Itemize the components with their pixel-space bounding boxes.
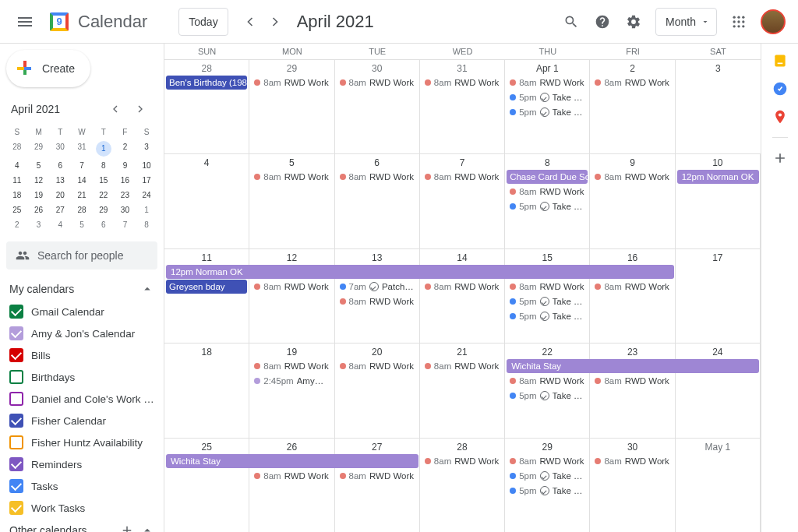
event[interactable]: 8amRWD Work <box>507 76 588 90</box>
day-cell[interactable]: 68amRWD Work <box>335 154 420 248</box>
calendar-item[interactable]: Fisher Calendar <box>6 410 157 432</box>
event[interactable]: 8amRWD Work <box>507 185 588 199</box>
multi-day-event[interactable]: Wichita Stay <box>166 454 418 468</box>
event[interactable]: 8amRWD Work <box>507 374 588 388</box>
day-cell[interactable]: 298amRWD Work5pmTake out re5pmTake out t… <box>505 439 590 532</box>
calendar-checkbox[interactable] <box>9 348 23 362</box>
view-selector[interactable]: Month <box>655 8 717 36</box>
mini-day[interactable]: 2 <box>115 139 136 158</box>
create-button[interactable]: Create <box>6 50 90 87</box>
mini-day[interactable]: 5 <box>71 217 93 232</box>
prev-month-button[interactable] <box>238 9 263 34</box>
calendar-item[interactable]: Bills <box>6 344 157 366</box>
day-cell[interactable]: 25 <box>164 439 249 532</box>
event[interactable]: Greysen bday <box>166 280 247 294</box>
today-button[interactable]: Today <box>178 8 228 36</box>
event[interactable]: 8amRWD Work <box>251 170 332 184</box>
calendar-checkbox[interactable] <box>9 414 23 428</box>
event[interactable]: 8amRWD Work <box>591 454 673 468</box>
calendar-item[interactable]: Amy & Jon's Calendar <box>6 322 157 344</box>
day-cell[interactable]: 198amRWD Work2:45pmAmy@EyeD <box>249 344 334 437</box>
calendar-item[interactable]: Work Tasks <box>6 497 157 519</box>
mini-day[interactable]: 30 <box>115 203 136 217</box>
event[interactable]: 8amRWD Work <box>422 170 503 184</box>
event[interactable]: Chase Card Due Soo <box>507 170 588 184</box>
add-icon[interactable] <box>120 523 134 532</box>
mini-day[interactable]: 7 <box>71 158 93 173</box>
day-cell[interactable]: 78amRWD Work <box>420 154 505 248</box>
calendar-checkbox[interactable] <box>9 392 23 406</box>
my-calendars-header[interactable]: My calendars <box>6 277 157 301</box>
maps-icon[interactable] <box>772 109 788 125</box>
event[interactable]: 5pmTake out tr <box>507 199 588 213</box>
calendar-item[interactable]: Fisher Huntz Availability <box>6 432 157 453</box>
mini-day[interactable]: 6 <box>49 158 71 173</box>
multi-day-event[interactable]: 12pm Norman OK <box>677 170 759 184</box>
mini-day[interactable]: 19 <box>28 188 50 203</box>
mini-day[interactable]: 14 <box>71 173 93 188</box>
multi-day-event[interactable]: 12pm Norman OK <box>166 265 674 279</box>
mini-day[interactable]: 1 <box>136 203 157 217</box>
mini-day[interactable]: 12 <box>28 173 50 188</box>
day-cell[interactable]: 268amRWD Work <box>249 439 334 532</box>
mini-day[interactable]: 20 <box>49 188 71 203</box>
mini-day[interactable]: 22 <box>93 188 115 203</box>
day-cell[interactable]: 15Mom & Dad's Annive8amRWD Work5pmTake o… <box>505 249 590 343</box>
mini-prev-button[interactable] <box>103 97 128 122</box>
day-cell[interactable]: 238amRWD Work <box>590 344 675 437</box>
mini-day[interactable]: 8 <box>136 217 157 232</box>
day-cell[interactable]: 128amRWD Work <box>249 249 334 343</box>
mini-day[interactable]: 4 <box>6 158 28 173</box>
day-cell[interactable]: May 1 <box>676 439 761 532</box>
day-cell[interactable]: 298amRWD Work <box>249 60 334 153</box>
calendar-item[interactable]: Gmail Calendar <box>6 301 157 322</box>
calendar-checkbox[interactable] <box>9 370 23 384</box>
calendar-checkbox[interactable] <box>9 457 23 471</box>
event[interactable]: 8amRWD Work <box>591 76 673 90</box>
calendar-checkbox[interactable] <box>9 501 23 515</box>
mini-day[interactable]: 10 <box>136 158 157 173</box>
mini-next-button[interactable] <box>128 97 153 122</box>
day-cell[interactable]: 137amPatch Tues8amRWD Work <box>335 249 420 343</box>
calendar-checkbox[interactable] <box>9 435 23 449</box>
keep-icon[interactable] <box>772 53 788 69</box>
event[interactable]: 8amRWD Work <box>251 469 332 483</box>
day-cell[interactable]: 28Ben's Birthday (1981 <box>164 60 249 153</box>
mini-day[interactable]: 23 <box>115 188 136 203</box>
mini-day[interactable]: 29 <box>93 203 115 217</box>
event[interactable]: 5pmTake out tr <box>507 484 588 498</box>
event[interactable]: 8amRWD Work <box>251 280 332 294</box>
mini-day[interactable]: 9 <box>115 158 136 173</box>
mini-day[interactable]: 1 <box>96 141 111 157</box>
search-people-input[interactable]: Search for people <box>6 241 157 270</box>
mini-day[interactable]: 30 <box>49 139 71 158</box>
event[interactable]: 8amRWD Work <box>422 76 503 90</box>
mini-day[interactable]: 29 <box>28 139 50 158</box>
mini-day[interactable]: 5 <box>28 158 50 173</box>
event[interactable]: 8amRWD Work <box>422 359 503 373</box>
event[interactable]: 8amRWD Work <box>422 454 503 468</box>
day-cell[interactable]: 4 <box>164 154 249 248</box>
day-cell[interactable]: 278amRWD Work <box>335 439 420 532</box>
multi-day-event[interactable]: Wichita Stay <box>507 359 759 373</box>
mini-day[interactable]: 3 <box>28 217 50 232</box>
mini-day[interactable]: 18 <box>6 188 28 203</box>
help-icon[interactable] <box>587 6 618 37</box>
day-cell[interactable]: 228amRWD Work5pmTake out tr <box>505 344 590 437</box>
event[interactable]: 8amRWD Work <box>251 359 332 373</box>
day-cell[interactable]: 11Greysen bday <box>164 249 249 343</box>
event[interactable]: 8amRWD Work <box>337 76 418 90</box>
hamburger-menu[interactable] <box>6 3 44 41</box>
mini-day[interactable]: 26 <box>28 203 50 217</box>
day-cell[interactable]: 148amRWD Work <box>420 249 505 343</box>
event[interactable]: 8amRWD Work <box>591 374 673 388</box>
calendar-item[interactable]: Daniel and Cole's Work Sc... <box>6 388 157 410</box>
day-cell[interactable]: 168amRWD Work <box>590 249 675 343</box>
day-cell[interactable]: 308amRWD Work <box>590 439 675 532</box>
account-avatar[interactable] <box>761 9 786 34</box>
mini-day[interactable]: 17 <box>136 173 157 188</box>
day-cell[interactable]: 10 <box>676 154 761 248</box>
calendar-checkbox[interactable] <box>9 326 23 340</box>
mini-day[interactable]: 15 <box>93 173 115 188</box>
day-cell[interactable]: 308amRWD Work <box>335 60 420 153</box>
